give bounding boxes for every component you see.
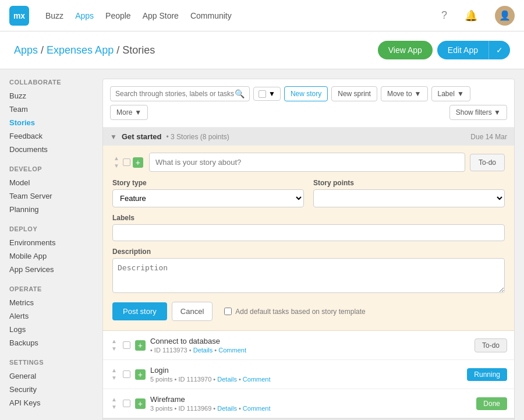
story-0-comment-link[interactable]: Comment — [218, 347, 246, 354]
story-1-checkbox[interactable] — [123, 370, 130, 378]
story-2-info: Wireframe 3 points • ID 1113969 • Detail… — [150, 395, 472, 412]
story-up-arrow[interactable]: ▲ — [112, 155, 121, 162]
edit-app-dropdown-button[interactable]: ✓ — [488, 41, 510, 59]
story-2-up[interactable]: ▲ — [110, 396, 118, 403]
sidebar-item-model[interactable]: Model — [9, 176, 84, 189]
story-type-select[interactable]: Feature — [112, 189, 304, 207]
stories-checkbox-button[interactable]: ▼ — [253, 87, 281, 101]
checkbox-dropdown-icon: ▼ — [268, 90, 275, 98]
labels-input[interactable] — [112, 224, 505, 241]
story-1-status[interactable]: Running — [467, 368, 507, 381]
cancel-button[interactable]: Cancel — [172, 302, 213, 321]
move-to-button[interactable]: Move to ▼ — [381, 86, 428, 101]
sidebar-item-api-keys[interactable]: API Keys — [9, 396, 84, 410]
more-button[interactable]: More ▼ — [110, 105, 148, 120]
default-tasks-checkbox[interactable] — [224, 308, 232, 315]
search-icon: 🔍 — [235, 89, 245, 98]
story-1-details-link[interactable]: Details — [217, 376, 237, 383]
story-arrow-controls: ▲ ▼ — [112, 155, 121, 170]
stories-panel: 🔍 ▼ New story New sprint Move to ▼ Label… — [102, 79, 515, 420]
sidebar-item-security[interactable]: Security — [9, 383, 84, 396]
story-0-up[interactable]: ▲ — [110, 338, 118, 345]
breadcrumb-apps[interactable]: Apps — [14, 44, 38, 56]
story-0-down[interactable]: ▼ — [110, 345, 118, 352]
help-icon[interactable]: ? — [441, 9, 447, 22]
post-story-button[interactable]: Post story — [112, 302, 167, 320]
sprint1-meta: • 3 Stories (8 points) — [167, 133, 229, 141]
story-points-label: Story points — [313, 179, 505, 187]
bell-icon[interactable]: 🔔 — [465, 9, 477, 22]
label-button[interactable]: Label ▼ — [431, 86, 470, 101]
nav-apps[interactable]: Apps — [75, 11, 94, 20]
sidebar-item-buzz[interactable]: Buzz — [9, 89, 84, 103]
view-app-button[interactable]: View App — [378, 41, 433, 59]
story-2-down[interactable]: ▼ — [110, 404, 118, 411]
sidebar-item-general[interactable]: General — [9, 369, 84, 383]
story-1-down[interactable]: ▼ — [110, 375, 118, 382]
sidebar-item-metrics[interactable]: Metrics — [9, 296, 84, 309]
sidebar-item-team[interactable]: Team — [9, 103, 84, 116]
sprint1-header: ▼ Get started • 3 Stories (8 points) Due… — [103, 128, 514, 146]
sidebar-item-alerts[interactable]: Alerts — [9, 309, 84, 323]
default-tasks-label: Add default tasks based on story templat… — [224, 308, 365, 316]
sidebar-item-environments[interactable]: Environments — [9, 236, 84, 249]
nav-app-store[interactable]: App Store — [143, 11, 179, 20]
story-0-details-link[interactable]: Details — [193, 347, 213, 354]
story-type-group: Story type Feature — [112, 179, 304, 207]
filters-chevron: ▼ — [494, 108, 501, 117]
story-checkbox[interactable] — [123, 158, 130, 166]
todo-button[interactable]: To-do — [470, 154, 505, 171]
header-actions: View App Edit App ✓ — [378, 41, 510, 59]
sidebar-item-documents[interactable]: Documents — [9, 143, 84, 156]
sidebar-item-backups[interactable]: Backups — [9, 336, 84, 350]
edit-app-button[interactable]: Edit App — [437, 41, 488, 59]
story-down-arrow[interactable]: ▼ — [112, 163, 121, 170]
nav-people[interactable]: People — [105, 11, 131, 20]
description-textarea[interactable] — [112, 258, 505, 293]
new-story-button[interactable]: New story — [284, 86, 328, 101]
sprint1-collapse-icon[interactable]: ▼ — [110, 133, 117, 141]
nav-community[interactable]: Community — [190, 11, 232, 20]
story-points-group: Story points — [313, 179, 505, 207]
sidebar-item-stories[interactable]: Stories — [9, 116, 84, 129]
add-story-button[interactable]: + — [133, 157, 143, 168]
sidebar-item-app-services[interactable]: App Services — [9, 263, 84, 276]
story-points-select[interactable] — [313, 189, 505, 207]
new-sprint-button[interactable]: New sprint — [331, 86, 377, 101]
story-type-label: Story type — [112, 179, 304, 187]
breadcrumb-page: Stories — [122, 44, 155, 56]
story-1-comment-link[interactable]: Comment — [243, 376, 271, 383]
search-input[interactable] — [115, 90, 235, 98]
story-1-add[interactable]: + — [135, 369, 146, 380]
story-0-add[interactable]: + — [135, 340, 146, 351]
story-0-status[interactable]: To-do — [475, 338, 507, 352]
story-2-meta: 3 points • ID 1113969 • Details • Commen… — [150, 405, 472, 412]
sidebar-item-mobile-app[interactable]: Mobile App — [9, 249, 84, 263]
show-filters-button[interactable]: Show filters ▼ — [449, 105, 507, 120]
story-1-meta: 5 points • ID 1113970 • Details • Commen… — [150, 376, 462, 383]
sidebar-item-logs[interactable]: Logs — [9, 323, 84, 336]
operate-label: Operate — [9, 285, 84, 292]
checkbox-inner — [259, 90, 266, 98]
sprint1-title: Get started — [122, 132, 162, 141]
story-1-up[interactable]: ▲ — [110, 367, 118, 374]
nav-buzz[interactable]: Buzz — [45, 11, 63, 20]
move-to-chevron: ▼ — [415, 90, 422, 98]
story-title-input[interactable] — [149, 153, 465, 172]
breadcrumb-app[interactable]: Expenses App — [47, 44, 114, 56]
sidebar-item-feedback[interactable]: Feedback — [9, 129, 84, 143]
story-2-status[interactable]: Done — [476, 397, 507, 410]
sprint1-due: Due 14 Mar — [470, 133, 507, 141]
avatar[interactable]: 👤 — [495, 6, 515, 26]
story-2-details-link[interactable]: Details — [217, 405, 237, 412]
sidebar-item-team-server[interactable]: Team Server — [9, 189, 84, 203]
story-1-id: ID 1113970 — [178, 376, 211, 383]
story-2-comment-link[interactable]: Comment — [243, 405, 271, 412]
logo[interactable]: mx — [9, 6, 29, 26]
new-story-form: ▲ ▼ + To-do Story type Feature — [103, 146, 514, 331]
story-2-checkbox[interactable] — [123, 400, 130, 407]
story-2-add[interactable]: + — [135, 398, 146, 409]
sidebar-item-planning[interactable]: Planning — [9, 203, 84, 216]
search-box[interactable]: 🔍 — [110, 86, 250, 101]
story-0-checkbox[interactable] — [123, 341, 130, 349]
